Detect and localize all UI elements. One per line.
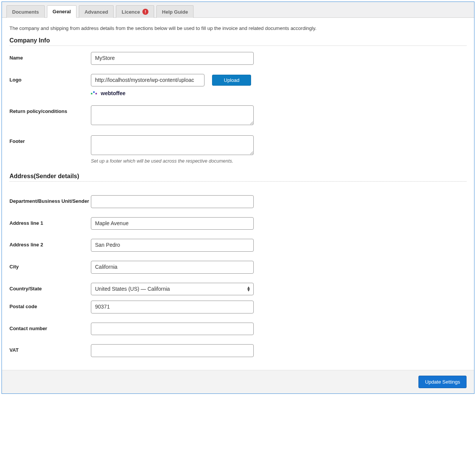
- logo-preview-text: webtoffee: [101, 90, 125, 96]
- label-country: Country/State: [9, 283, 91, 291]
- intro-text: The company and shipping from address de…: [9, 25, 467, 31]
- logo-url-input[interactable]: [91, 74, 204, 87]
- section-address: Address(Sender details): [9, 173, 467, 180]
- divider: [9, 45, 467, 46]
- logo-mark-icon: [91, 91, 100, 96]
- department-input[interactable]: [91, 195, 254, 208]
- return-policy-input[interactable]: [91, 105, 254, 125]
- label-vat: VAT: [9, 344, 91, 353]
- section-company-info: Company Info: [9, 37, 467, 44]
- tab-content: The company and shipping from address de…: [2, 18, 474, 370]
- footer-help-text: Set up a footer which will be used acros…: [91, 158, 254, 164]
- tab-documents[interactable]: Documents: [6, 5, 45, 18]
- divider: [9, 181, 467, 182]
- footer-input[interactable]: [91, 135, 254, 155]
- footer-bar: Update Settings: [2, 370, 474, 393]
- label-name: Name: [9, 52, 91, 61]
- vat-input[interactable]: [91, 344, 254, 357]
- settings-panel: Documents General Advanced Licence ! Hel…: [2, 2, 474, 394]
- tab-help-guide[interactable]: Help Guide: [156, 5, 194, 18]
- name-input[interactable]: [91, 52, 254, 65]
- tab-bar: Documents General Advanced Licence ! Hel…: [2, 2, 474, 18]
- label-postal: Postal code: [9, 301, 91, 309]
- upload-button[interactable]: Upload: [212, 75, 251, 86]
- postal-input[interactable]: [91, 301, 254, 313]
- tab-licence[interactable]: Licence !: [116, 5, 154, 18]
- address1-input[interactable]: [91, 217, 254, 230]
- svg-rect-1: [93, 91, 95, 93]
- contact-input[interactable]: [91, 323, 254, 335]
- label-logo: Logo: [9, 74, 91, 83]
- label-city: City: [9, 261, 91, 270]
- label-address2: Address line 2: [9, 239, 91, 248]
- label-department: Department/Business Unit/Sender: [9, 195, 91, 204]
- label-address1: Address line 1: [9, 217, 91, 226]
- alert-icon: !: [142, 9, 148, 15]
- logo-preview: webtoffee: [91, 90, 254, 96]
- tab-advanced[interactable]: Advanced: [79, 5, 114, 18]
- tab-general[interactable]: General: [47, 5, 76, 18]
- city-input[interactable]: [91, 261, 254, 274]
- label-contact: Contact number: [9, 323, 91, 331]
- label-footer: Footer: [9, 135, 91, 144]
- tab-licence-label: Licence: [122, 9, 140, 15]
- update-settings-button[interactable]: Update Settings: [418, 376, 467, 388]
- address2-input[interactable]: [91, 239, 254, 252]
- label-return-policy: Return policy/conditions: [9, 105, 91, 114]
- svg-rect-2: [95, 93, 97, 94]
- country-select[interactable]: United States (US) — California: [91, 283, 254, 296]
- svg-rect-0: [91, 93, 92, 94]
